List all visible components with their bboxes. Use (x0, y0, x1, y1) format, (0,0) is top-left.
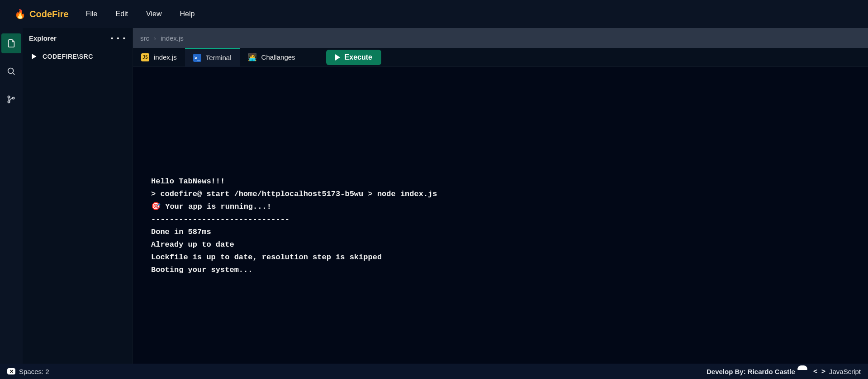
chevron-right-icon (30, 52, 38, 61)
tab-indexjs[interactable]: JS index.js (133, 48, 185, 67)
activity-bar (0, 28, 23, 364)
status-language[interactable]: < > JavaScript (813, 367, 861, 375)
status-credit: Develop By: Ricardo Castle (707, 367, 807, 375)
breadcrumb-file[interactable]: index.js (161, 34, 184, 42)
breadcrumb-separator-icon: › (154, 34, 156, 42)
menu-bar: File Edit View Help (86, 10, 195, 18)
sidebar-title: Explorer (29, 34, 57, 42)
search-icon[interactable] (1, 61, 21, 81)
menu-view[interactable]: View (146, 10, 161, 18)
editor-area: src › index.js JS index.js >_ Terminal 🧑… (133, 28, 868, 364)
challenge-icon: 🧑‍💻 (248, 53, 257, 61)
code-angles-icon: < > (813, 367, 825, 375)
tree-root-label: CODEFIRE\SRC (43, 53, 93, 60)
svg-line-1 (13, 73, 14, 75)
terminal-body[interactable]: Hello TabNews!!! > codefire@ start /home… (133, 67, 868, 364)
tree-root[interactable]: CODEFIRE\SRC (23, 48, 133, 65)
menu-file[interactable]: File (86, 10, 98, 18)
status-bar: ✕ Spaces: 2 Develop By: Ricardo Castle <… (0, 364, 868, 379)
tab-label: Challanges (261, 53, 295, 61)
menu-edit[interactable]: Edit (115, 10, 128, 18)
git-icon[interactable] (1, 89, 21, 109)
breadcrumb: src › index.js (133, 28, 868, 48)
tab-challenges[interactable]: 🧑‍💻 Challanges (240, 48, 304, 67)
tab-label: index.js (154, 53, 177, 61)
explorer-icon[interactable] (1, 33, 21, 53)
svg-point-0 (8, 68, 14, 74)
tab-terminal[interactable]: >_ Terminal (185, 48, 240, 67)
tabs-row: JS index.js >_ Terminal 🧑‍💻 Challanges E… (133, 48, 868, 67)
tab-label: Terminal (206, 54, 232, 61)
svg-point-3 (8, 101, 9, 103)
sidebar: Explorer • • • CODEFIRE\SRC (23, 28, 133, 364)
play-icon (335, 54, 340, 61)
execute-label: Execute (345, 53, 372, 61)
terminal-icon: >_ (193, 54, 201, 62)
status-spaces-label: Spaces: 2 (19, 368, 49, 375)
brand: 🔥 CodeFire (14, 9, 69, 19)
status-spaces[interactable]: ✕ Spaces: 2 (7, 368, 49, 375)
menu-help[interactable]: Help (180, 10, 194, 18)
fire-icon: 🔥 (14, 9, 26, 19)
close-badge-icon: ✕ (7, 368, 15, 374)
credit-text: Develop By: Ricardo Castle (707, 368, 795, 375)
js-icon: JS (141, 53, 149, 61)
terminal-output: Hello TabNews!!! > codefire@ start /home… (151, 175, 437, 276)
sidebar-header: Explorer • • • (23, 28, 133, 48)
svg-point-2 (8, 96, 9, 98)
top-bar: 🔥 CodeFire File Edit View Help (0, 0, 868, 28)
svg-point-4 (12, 97, 14, 99)
language-label: JavaScript (829, 368, 861, 375)
execute-button[interactable]: Execute (326, 50, 381, 65)
sidebar-more-icon[interactable]: • • • (111, 34, 126, 42)
workspace: Explorer • • • CODEFIRE\SRC src › index.… (0, 28, 868, 364)
breadcrumb-src[interactable]: src (140, 34, 149, 42)
brand-name: CodeFire (29, 9, 69, 19)
